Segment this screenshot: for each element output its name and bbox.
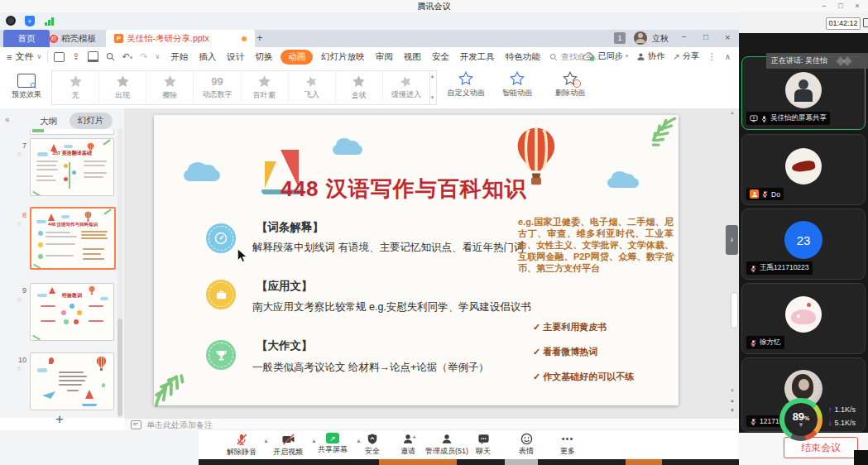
scroll-down-icon[interactable]: ▼ [730, 388, 735, 393]
kebab-menu-icon[interactable]: ⋮ [707, 51, 717, 62]
effect-blinds[interactable]: 百叶窗 [242, 72, 289, 103]
tab-document[interactable]: P 吴佳怡-考研分享.pptx [106, 30, 255, 47]
delete-animation-button[interactable]: ⁄ 删除动画 [548, 71, 592, 98]
menu-animation[interactable]: 动画 [281, 50, 313, 65]
menu-insert[interactable]: 插入 [196, 50, 218, 65]
avatar [785, 72, 822, 108]
panel-tab-slides[interactable]: 幻灯片 [70, 113, 113, 129]
participant-tile[interactable]: 23 王禹121710223 [741, 209, 866, 280]
notification-badge[interactable]: 1 [614, 32, 626, 44]
start-video-button[interactable]: 开启视频 [273, 433, 303, 458]
thumbnail-scrollbar[interactable] [117, 128, 122, 418]
tab-docer[interactable]: 稻 稻壳模板 [41, 30, 104, 47]
sync-status[interactable]: 已同步 ▾ [583, 50, 629, 62]
mic-options-arrow[interactable]: ▲ [263, 438, 269, 443]
meeting-logo-icon [842, 56, 851, 65]
menu-review[interactable]: 审阅 [373, 50, 396, 65]
thumbnail-slide-6-partial[interactable] [30, 129, 114, 135]
upload-arrow-icon: ↑ [828, 405, 832, 414]
more-tools-chevron-icon[interactable]: ∨ [155, 53, 160, 60]
share-screen-button[interactable]: ↗ 共享屏幕 [318, 433, 348, 455]
manage-members-button[interactable]: 管理成员(51) [425, 433, 468, 457]
meeting-close-icon[interactable]: × [850, 0, 865, 12]
gauge-percent: 89% [793, 411, 810, 422]
smart-animation-button[interactable]: 智能动画 [495, 71, 540, 98]
collapse-panel-icon[interactable]: « [5, 115, 10, 124]
collab-button[interactable]: 协作 [636, 50, 664, 62]
new-tab-button[interactable]: + [257, 31, 263, 44]
print-preview-icon[interactable] [106, 52, 115, 61]
animation-star-icon: ☆ [17, 366, 22, 372]
effect-none[interactable]: 无 [52, 72, 99, 103]
share-arrow-icon: ↗ [673, 52, 679, 61]
menu-transition[interactable]: 切换 [252, 50, 275, 65]
upload-speed: ↑ 1.1K/s [828, 405, 856, 414]
effect-wipe[interactable]: 擦除 [146, 72, 194, 103]
redo-icon[interactable]: ↷ [140, 51, 147, 62]
share-options-arrow[interactable]: ▲ [356, 438, 362, 443]
camera-off-icon [281, 433, 295, 446]
meeting-maximize-icon[interactable]: □ [833, 0, 848, 12]
effect-appear[interactable]: 出现 [99, 72, 146, 103]
gallery-scrollbar[interactable]: ▲·▼ [429, 70, 437, 105]
chat-bubble-icon [477, 433, 490, 445]
taskbar-highlight [505, 459, 538, 465]
participant-name-label: 徐方忆 [746, 336, 784, 349]
wps-close-icon[interactable]: × [725, 32, 730, 42]
canvas-scrollbar[interactable]: ▲ ▼ ▲ ▼ [730, 110, 737, 416]
wps-maximize-icon[interactable]: □ [703, 32, 708, 41]
scroll-up-icon[interactable]: ▲ [730, 110, 735, 115]
participant-tile[interactable]: 徐方忆 [741, 283, 866, 354]
undo-icon[interactable]: ↶▾ [122, 51, 133, 62]
taskbar-strip [199, 459, 739, 465]
menu-start[interactable]: 开始 [168, 50, 190, 65]
collapse-ribbon-icon[interactable]: ∧ [725, 52, 731, 61]
security-button[interactable]: 安全 [365, 433, 380, 457]
custom-animation-label: 自定义动画 [448, 88, 485, 98]
thumbnail-slide-8-selected[interactable]: 448 汉语写作与百科知识 [30, 207, 116, 270]
user-avatar[interactable] [634, 31, 647, 45]
next-slide-icon[interactable]: ▼ [730, 408, 735, 413]
wps-minimize-icon[interactable]: − [682, 32, 687, 41]
menu-slideshow[interactable]: 幻灯片放映 [319, 50, 367, 65]
chat-button[interactable]: 聊天 [476, 433, 491, 457]
invite-button[interactable]: + 邀请 [400, 433, 415, 457]
sync-status-label: 已同步 [598, 50, 623, 62]
slide-canvas[interactable]: 448 汉语写作与百科知识 【词条解释】 解释段落中划线词 有语境、主要记忆知识… [154, 115, 679, 405]
unmute-button[interactable]: 解除静音 [227, 433, 257, 458]
custom-animation-button[interactable]: 自定义动画 [444, 71, 488, 98]
effect-slow-enter[interactable]: 缓慢进入 [383, 72, 429, 103]
menu-view[interactable]: 视图 [401, 50, 424, 65]
share-button[interactable]: ↗ 分享 [673, 50, 698, 62]
wps-bottom-filler [0, 430, 199, 465]
prev-slide-icon[interactable]: ▲ [730, 398, 735, 403]
add-slide-button[interactable]: + [48, 411, 71, 428]
menu-devtools[interactable]: 开发工具 [458, 50, 497, 65]
effect-label: 出现 [115, 90, 130, 101]
avatar-initials: 23 [784, 221, 822, 259]
preview-effect-button[interactable]: 预览效果 [5, 71, 48, 103]
export-icon[interactable]: ⇪ [72, 51, 79, 62]
user-name[interactable]: 立秋 [652, 33, 669, 45]
print-icon[interactable] [88, 51, 98, 62]
participant-tile[interactable]: Do [741, 134, 866, 205]
more-button[interactable]: ••• 更多 [560, 433, 575, 457]
effect-dynamic-number[interactable]: 99 动态数字 [194, 72, 241, 103]
effect-fly-in[interactable]: 飞入 [289, 72, 336, 103]
menu-special[interactable]: 特色功能 [503, 50, 543, 65]
mic-muted-icon [750, 339, 757, 347]
applied-writing-icon [206, 280, 236, 309]
fullscreen-icon[interactable] [863, 18, 868, 27]
thumbnail-slide-7[interactable]: 357 英语翻译基础 [30, 138, 114, 196]
thumbnail-slide-9[interactable]: 经验教训 [30, 283, 114, 341]
thumbnail-slide-10[interactable] [30, 352, 114, 410]
emoji-button[interactable]: 表情 [519, 433, 534, 457]
panel-tab-outline[interactable]: 大纲 [40, 116, 57, 127]
effect-box[interactable]: 盒状 [336, 72, 383, 103]
file-menu[interactable]: ≡ 文件 ∨ [7, 50, 41, 63]
camera-options-arrow[interactable]: ▲ [311, 438, 317, 443]
menu-design[interactable]: 设计 [224, 50, 247, 65]
meeting-minimize-icon[interactable]: − [817, 0, 832, 12]
save-icon[interactable] [54, 52, 65, 62]
menu-security[interactable]: 安全 [429, 50, 452, 65]
